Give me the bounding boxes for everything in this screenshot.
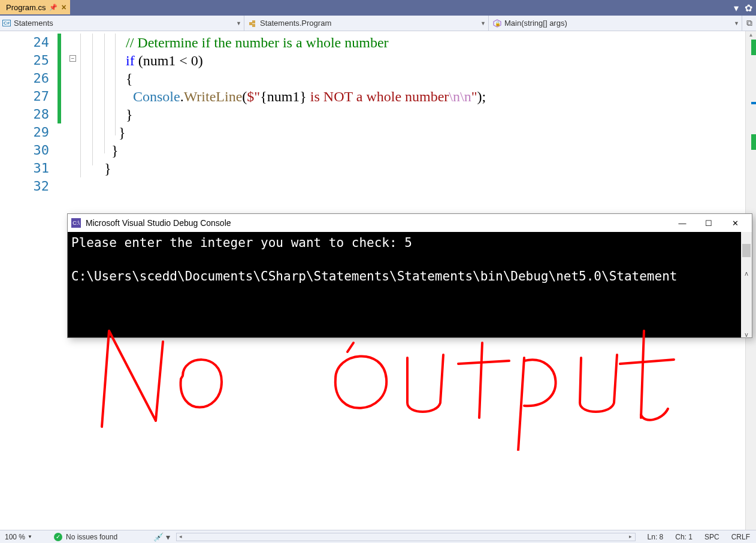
horizontal-scrollbar[interactable]: ◂ ▸ [176,533,636,541]
console-app-icon: C:\ [71,218,81,228]
scroll-left-icon[interactable]: ◂ [177,533,185,541]
statusbar: 100 % ▼ ✓ No issues found 💉 ▾ ◂ ▸ Ln: 8 … [0,530,756,543]
zoom-value: 100 % [5,533,25,541]
csharp-icon: C# [2,20,11,26]
code-line[interactable]: } [83,159,756,177]
titlebar: Program.cs 📌 × ▾ ✿ [0,0,756,16]
code-line[interactable]: } [83,123,756,141]
class-icon [248,19,258,28]
gear-icon[interactable]: ✿ [745,2,752,14]
minimize-icon[interactable]: — [669,219,695,228]
dropdown-icon[interactable]: ▾ [734,2,739,14]
handwritten-annotation: No Output [84,319,683,451]
maximize-icon[interactable]: ☐ [695,219,722,228]
zoom-dropdown[interactable]: 100 % ▼ [0,533,48,541]
console-title-text: Microsoft Visual Studio Debug Console [86,218,231,228]
code-line[interactable]: } [83,141,756,159]
console-scrollbar[interactable]: ʌ v [741,232,752,337]
code-editor[interactable]: 242526272829303132 − // Determine if the… [0,31,756,530]
eyedropper-icon[interactable]: 💉 ▾ [153,532,170,542]
file-tab-label: Program.cs [6,3,46,12]
nav-scope-label: Statements [14,19,53,28]
scroll-right-icon[interactable]: ▸ [627,533,635,541]
caret-col[interactable]: Ch: 1 [669,533,698,541]
code-line[interactable]: Console.WriteLine($"{num1} is NOT a whol… [83,88,756,105]
checkmark-icon: ✓ [54,533,62,541]
issues-indicator[interactable]: ✓ No issues found [48,533,117,541]
change-marker [58,34,61,123]
navigation-bar: C# Statements ▼ Statements.Program ▼ 🔒 M… [0,16,756,31]
indent-mode[interactable]: SPC [698,533,725,541]
nav-class-dropdown[interactable]: Statements.Program ▼ [244,16,489,31]
svg-rect-2 [252,24,255,27]
nav-scope-dropdown[interactable]: C# Statements ▼ [0,16,244,31]
file-tab[interactable]: Program.cs 📌 × [0,0,70,14]
chevron-down-icon: ▼ [236,20,241,26]
fold-toggle-icon[interactable]: − [69,55,76,62]
close-tab-icon[interactable]: × [61,2,66,12]
method-icon: 🔒 [492,19,502,28]
console-titlebar[interactable]: C:\ Microsoft Visual Studio Debug Consol… [68,214,752,232]
pin-icon[interactable]: 📌 [49,4,58,11]
nav-class-label: Statements.Program [260,19,331,28]
svg-text:🔒: 🔒 [495,20,501,26]
nav-method-label: Main(string[] args) [504,19,567,28]
chevron-down-icon: ▼ [480,20,486,26]
code-line[interactable]: { [83,70,756,88]
code-line[interactable]: // Determine if the number is a whole nu… [83,34,756,52]
svg-rect-0 [249,22,252,25]
code-line[interactable]: if (num1 < 0) [83,52,756,70]
split-editor-icon[interactable]: ⧉ [742,16,756,31]
code-line[interactable]: } [83,105,756,123]
line-number-gutter: 242526272829303132 [0,31,58,530]
nav-method-dropdown[interactable]: 🔒 Main(string[] args) ▼ [489,16,742,31]
close-icon[interactable]: ✕ [722,219,748,228]
line-ending[interactable]: CRLF [725,533,756,541]
issues-text: No issues found [66,533,117,541]
chevron-down-icon: ▼ [734,20,739,26]
chevron-down-icon: ▼ [28,534,32,539]
svg-rect-1 [252,20,255,23]
caret-line[interactable]: Ln: 8 [642,533,670,541]
